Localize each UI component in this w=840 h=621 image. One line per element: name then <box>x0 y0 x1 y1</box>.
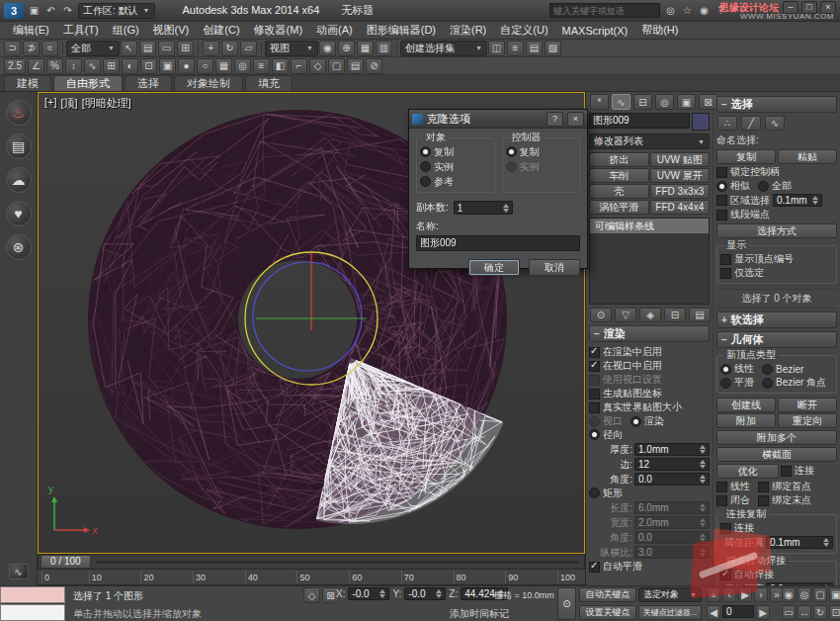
select-and-scale-icon[interactable]: ▱ <box>240 41 257 56</box>
redo-icon[interactable]: ↷ <box>60 3 75 19</box>
auto-key-button[interactable]: 自动关键点 <box>579 587 636 602</box>
modify-tab-icon[interactable]: ∿ <box>612 94 630 110</box>
time-slider-groove[interactable] <box>96 561 579 564</box>
zoom-extents-icon[interactable]: ▢ <box>813 587 827 602</box>
track-bar-ruler[interactable]: 0102030405060708090100 <box>38 570 585 585</box>
time-slider[interactable]: 0 / 100 <box>38 554 585 570</box>
pan-view-icon[interactable]: ↔ <box>798 605 811 620</box>
application-menu-icon[interactable]: 3 <box>4 3 24 19</box>
clone-name-field[interactable]: 图形009 <box>416 235 580 251</box>
configure-modifier-sets-icon[interactable]: ▤ <box>689 308 711 322</box>
menu-item[interactable]: 编辑(E) <box>6 23 56 38</box>
spline-sub-object-icon[interactable]: ∿ <box>765 116 785 131</box>
ok-button[interactable]: 确定 <box>468 259 520 276</box>
display-tab-icon[interactable]: ▣ <box>677 94 696 110</box>
geometry-rollout-header[interactable]: −几何体 <box>716 331 837 348</box>
ribbon-tab[interactable]: 建模 <box>4 75 51 91</box>
align-icon[interactable]: ≡ <box>507 41 524 56</box>
open-mini-curve-editor-icon[interactable]: ∿ <box>9 564 29 579</box>
attach-multiple-button[interactable]: 附加多个 <box>716 430 837 445</box>
modifier-list-dropdown[interactable]: 修改器列表▼ <box>589 133 710 149</box>
modifier-stack[interactable]: 可编辑样条线 <box>589 218 710 305</box>
remove-modifier-icon[interactable]: ⊟ <box>664 308 686 322</box>
infocenter-search-input[interactable] <box>549 3 660 18</box>
refine-button[interactable]: 优化 <box>716 464 779 479</box>
teapot-render-icon[interactable]: ♨ <box>6 100 32 126</box>
viewport-view-button[interactable]: [顶] <box>61 96 78 111</box>
show-vertex-numbers-checkbox[interactable]: 显示顶点编号 <box>720 252 833 266</box>
zoom-all-icon[interactable]: ◎ <box>798 587 811 602</box>
color-clipboard-icon[interactable]: ◧ <box>272 58 289 74</box>
menu-item[interactable]: 工具(T) <box>56 23 106 38</box>
window-crossing-toggle-icon[interactable]: ⊞ <box>177 41 194 56</box>
menu-item[interactable]: 帮助(H) <box>634 23 685 38</box>
length-field[interactable]: 6.0mm <box>634 501 710 514</box>
reference-coordinate-dropdown[interactable]: 视图▼ <box>265 41 318 56</box>
mirror-icon[interactable]: ◫ <box>488 41 505 56</box>
linear-checkbox[interactable]: 线性 <box>716 480 750 493</box>
bind-to-space-warp-icon[interactable]: ≈ <box>42 41 58 56</box>
orbit-icon[interactable]: ↻ <box>813 605 827 620</box>
object-copy-radio[interactable]: 复制 <box>420 144 491 159</box>
selected-only-checkbox[interactable]: 仅选定 <box>720 266 833 280</box>
rendered-frame-window-icon[interactable]: ▣ <box>159 58 176 74</box>
modifier-button[interactable]: UVW 贴图 <box>650 152 711 167</box>
next-frame-icon[interactable]: › <box>754 587 768 602</box>
use-pivot-center-icon[interactable]: ◉ <box>319 41 336 56</box>
menu-item[interactable]: 自定义(U) <box>493 23 554 38</box>
light-lister-icon[interactable]: ◇ <box>309 58 326 74</box>
dialog-close-button[interactable]: × <box>567 112 584 127</box>
key-filters-button[interactable]: 关键点过滤器... <box>638 605 702 620</box>
create-tab-icon[interactable]: * <box>590 94 609 110</box>
menu-item[interactable]: MAXScript(X) <box>555 25 635 37</box>
spacing-tool-icon[interactable]: ≡ <box>253 58 270 74</box>
menu-item[interactable]: 修改器(M) <box>247 23 310 38</box>
rendering-rollout-header[interactable]: −渲染 <box>589 325 710 342</box>
isolate-selection-toggle-icon[interactable]: ◇ <box>303 587 320 603</box>
render-iterative-icon[interactable]: ○ <box>197 58 213 74</box>
communication-center-icon[interactable]: ◉ <box>697 3 712 19</box>
modifier-button[interactable]: 涡轮平滑 <box>589 200 649 215</box>
pin-stack-icon[interactable]: ⊙ <box>590 308 612 322</box>
save-icon[interactable]: ▣ <box>27 3 42 19</box>
snap-toggle-2-5-icon[interactable]: 2.5 <box>4 58 26 74</box>
heart-favorite-icon[interactable]: ♥ <box>6 201 32 226</box>
threshold-field[interactable]: 0.1mm <box>766 536 833 549</box>
search-icon[interactable]: ◎ <box>663 3 678 19</box>
maximize-viewport-toggle-icon[interactable]: ⊡ <box>829 605 840 620</box>
zoom-icon[interactable]: ◉ <box>782 587 796 602</box>
ribbon-tab[interactable]: 选择 <box>125 75 172 91</box>
viewport-shading-button[interactable]: [明暗处理] <box>82 96 131 111</box>
motion-tab-icon[interactable]: ◎ <box>655 94 674 110</box>
viewport-menu-button[interactable]: [+] <box>44 96 57 111</box>
cloud-icon[interactable]: ☁ <box>6 167 32 193</box>
select-by-name-icon[interactable]: ▤ <box>139 41 156 56</box>
selected-objects-dropdown[interactable]: 选定对象▼ <box>638 587 702 602</box>
time-configuration-icon[interactable]: ⊘ <box>366 58 382 74</box>
controller-instance-radio[interactable]: 实例 <box>506 159 577 174</box>
keyboard-shortcut-override-icon[interactable]: ▦ <box>357 41 374 56</box>
hierarchy-tab-icon[interactable]: ⊟ <box>633 94 652 110</box>
connect-copy-checkbox[interactable]: 连接 <box>720 521 833 535</box>
zoom-extents-all-icon[interactable]: ▣ <box>829 587 840 602</box>
real-world-map-size-checkbox[interactable]: 真实世界贴图大小 <box>589 400 710 414</box>
radial-radio[interactable]: 径向 <box>589 428 623 441</box>
copy-named-selection-button[interactable]: 复制 <box>716 149 776 164</box>
align-camera-icon[interactable]: ◎ <box>234 58 251 74</box>
select-and-rotate-icon[interactable]: ↻ <box>221 41 238 56</box>
alike-radio[interactable]: 相似 <box>716 180 750 193</box>
current-frame-field[interactable]: 0 <box>722 605 754 618</box>
thickness-field[interactable]: 1.0mm <box>634 443 710 456</box>
maxscript-mini-listener[interactable] <box>0 604 65 621</box>
ribbon-tab[interactable]: 对象绘制 <box>174 75 243 91</box>
workspace-dropdown[interactable]: 工作区: 默认▼ <box>78 3 155 19</box>
set-key-mode-button[interactable]: 设置关键点 <box>579 605 636 620</box>
make-unique-icon[interactable]: ◈ <box>639 308 661 322</box>
select-by-button[interactable]: 选择方式 <box>716 223 837 238</box>
generate-mapping-coords-checkbox[interactable]: 生成贴图坐标 <box>589 387 710 400</box>
play-animation-icon[interactable]: ▶ <box>738 587 752 602</box>
controller-copy-radio[interactable]: 复制 <box>506 144 577 159</box>
track-view-curve-editor-icon[interactable]: ∿ <box>84 58 101 74</box>
edit-named-selection-sets-icon[interactable]: ▥ <box>376 41 392 56</box>
sides-field[interactable]: 12 <box>634 458 710 471</box>
